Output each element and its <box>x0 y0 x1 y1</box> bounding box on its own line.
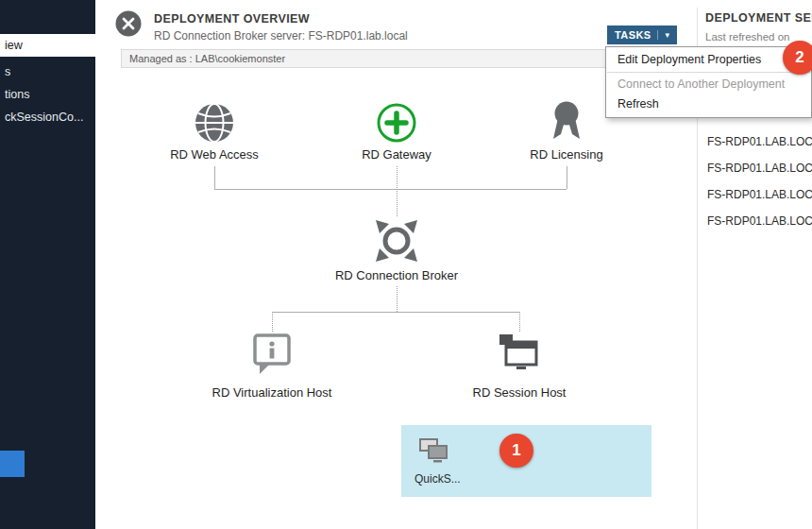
tasks-dropdown-menu: Edit Deployment Properties Connect to An… <box>605 46 812 118</box>
server-row[interactable]: FS-RDP01.LAB.LOCAL <box>707 155 812 181</box>
sidebar-item-quicksessioncollection[interactable]: ckSessionCo... <box>0 106 95 128</box>
page-title: DEPLOYMENT OVERVIEW <box>154 12 310 26</box>
rd-gateway-add-icon[interactable] <box>375 101 418 148</box>
sidebar-item-collections[interactable]: tions <box>0 83 95 106</box>
menu-separator <box>607 72 810 73</box>
rd-web-access-label: RD Web Access <box>139 147 290 162</box>
annotation-badge-1: 1 <box>499 434 533 468</box>
server-row[interactable]: FS-RDP01.LAB.LOCAL <box>707 181 812 208</box>
server-row[interactable]: FS-RDP01.LAB.LOCAL <box>707 128 812 155</box>
sidebar-item-label: tions <box>5 88 29 101</box>
connector-line <box>397 166 398 216</box>
connector-line <box>567 166 567 189</box>
sidebar-item-label: s <box>5 65 10 78</box>
quicksession-collection-tile[interactable]: QuickS... 1 <box>401 425 651 497</box>
sidebar-item-overview[interactable]: iew <box>0 34 95 57</box>
rd-licensing-label: RD Licensing <box>491 147 642 162</box>
tasks-button[interactable]: TASKS ▾ <box>607 26 677 44</box>
server-row[interactable]: FS-RDP01.LAB.LOCAL <box>707 208 812 234</box>
deployment-servers-title: DEPLOYMENT SERVERS <box>705 11 812 25</box>
connector-line <box>214 189 567 190</box>
blue-square-fragment <box>0 451 25 477</box>
server-manager-rds-pane: iew s tions ckSessionCo... DEPLOYMENT OV… <box>0 0 812 529</box>
menu-item-refresh[interactable]: Refresh <box>606 94 811 114</box>
collection-label: QuickS... <box>414 472 461 486</box>
sidebar: iew s tions ckSessionCo... <box>0 0 95 529</box>
deployment-overview-icon <box>113 9 144 43</box>
rd-virtualization-host-label: RD Virtualization Host <box>196 385 347 400</box>
connector-line <box>272 312 519 313</box>
sidebar-item-servers[interactable]: s <box>0 60 95 83</box>
rd-session-host-label: RD Session Host <box>444 385 595 400</box>
server-list: FS-RDP01.LAB.LOCAL FS-RDP01.LAB.LOCAL FS… <box>707 128 812 234</box>
last-refreshed-text: Last refreshed on <box>705 31 790 43</box>
menu-item-edit-deployment-properties[interactable]: Edit Deployment Properties <box>606 50 811 70</box>
connector-line <box>397 286 398 312</box>
rd-web-access-icon[interactable] <box>193 101 236 148</box>
deployment-diagram: Managed as : LAB\cookiemonster RD Web Ac… <box>121 49 696 529</box>
session-collection-icon <box>416 436 452 472</box>
rd-virtualization-host-icon[interactable] <box>248 331 296 382</box>
menu-item-connect-to-another-deployment: Connect to Another Deployment <box>606 75 811 94</box>
rd-connection-broker-icon[interactable] <box>371 215 422 270</box>
rd-connection-broker-label: RD Connection Broker <box>321 268 472 282</box>
sidebar-item-label: ckSessionCo... <box>5 111 83 124</box>
tasks-button-label: TASKS <box>615 29 651 41</box>
rd-session-host-icon[interactable] <box>496 331 543 382</box>
page-subtitle: RD Connection Broker server: FS-RDP01.la… <box>154 29 408 43</box>
rd-gateway-label: RD Gateway <box>321 147 472 162</box>
chevron-down-icon: ▾ <box>657 30 669 40</box>
rd-licensing-icon[interactable] <box>545 99 588 146</box>
sidebar-item-label: iew <box>5 39 23 52</box>
connector-line <box>272 312 273 332</box>
connector-line <box>214 166 215 189</box>
connector-line <box>519 312 520 332</box>
annotation-badge-2: 2 <box>783 41 812 75</box>
